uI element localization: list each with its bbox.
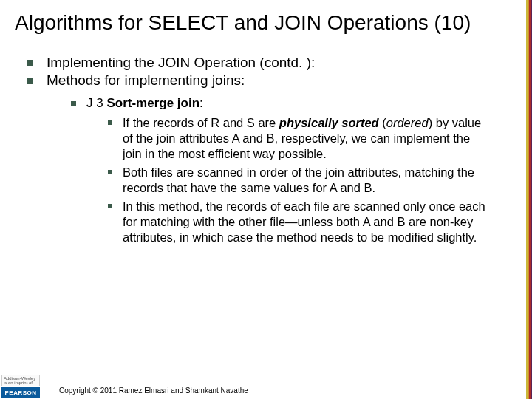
slide: Algorithms for SELECT and JOIN Operation… (0, 0, 532, 399)
slide-title: Algorithms for SELECT and JOIN Operation… (0, 0, 532, 35)
d1d: ordered (386, 116, 429, 129)
square-bullet-icon (108, 204, 112, 208)
d1a: If the records of R and S are (123, 116, 279, 129)
j3-label: J 3 (86, 96, 103, 110)
d1c: ( (379, 116, 386, 129)
bullet-text: Both files are scanned in order of the j… (123, 165, 489, 196)
pearson-logo: PEARSON (1, 387, 40, 398)
bullet-text: If the records of R and S are physically… (123, 115, 489, 162)
j3-colon: : (200, 96, 203, 110)
bullet-level3: If the records of R and S are physically… (108, 115, 489, 162)
publisher-logo: Addison-Wesley is an imprint of PEARSON (1, 375, 40, 398)
bullet-text: Methods for implementing joins: (47, 72, 511, 89)
bullet-level1: Methods for implementing joins: (27, 72, 511, 89)
square-bullet-icon (27, 78, 33, 84)
addison-wesley-label: Addison-Wesley is an imprint of (1, 375, 40, 386)
bullet-level3: In this method, the records of each file… (108, 199, 489, 245)
square-bullet-icon (71, 101, 76, 106)
square-bullet-icon (108, 120, 112, 125)
bullet-level2: J 3 Sort-merge join: (71, 96, 511, 111)
square-bullet-icon (108, 170, 112, 174)
j3-title: Sort-merge join (103, 96, 200, 110)
square-bullet-icon (27, 60, 33, 66)
copyright-text: Copyright © 2011 Ramez Elmasri and Shamk… (59, 386, 248, 395)
footer: Addison-Wesley is an imprint of PEARSON … (0, 374, 532, 399)
slide-body: Implementing the JOIN Operation (contd. … (0, 35, 532, 246)
bullet-level1: Implementing the JOIN Operation (contd. … (27, 55, 511, 71)
bullet-text: J 3 Sort-merge join: (86, 96, 203, 111)
bullet-level3: Both files are scanned in order of the j… (108, 165, 489, 196)
bullet-text: Implementing the JOIN Operation (contd. … (47, 55, 511, 71)
aw-line2: is an imprint of (4, 381, 33, 385)
edge-decoration (526, 0, 532, 399)
d1b: physically sorted (279, 116, 379, 129)
bullet-text: In this method, the records of each file… (123, 199, 489, 245)
